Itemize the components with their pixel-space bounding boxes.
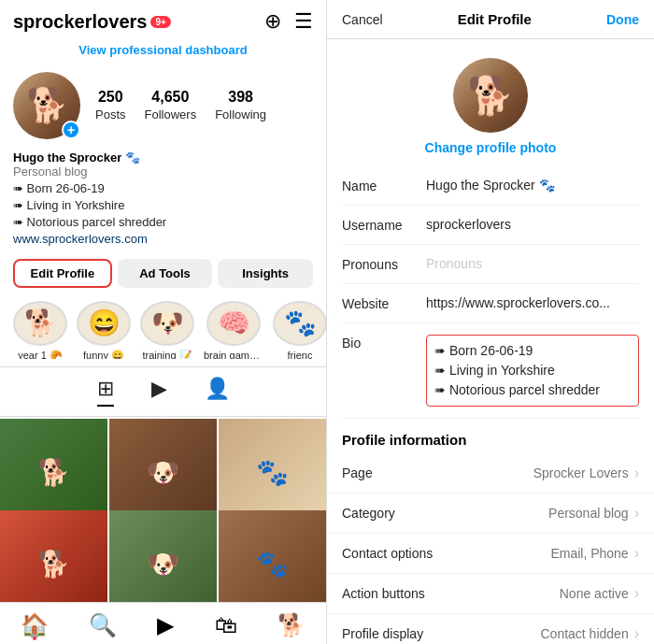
page-row[interactable]: Page Sprocker Lovers ›	[327, 453, 654, 494]
following-count: 398	[215, 89, 266, 106]
profile-photo-section: 🐕 Change profile photo	[327, 39, 654, 166]
story-brain-game[interactable]: 🧠 brain game...	[204, 301, 263, 360]
profile-display-chevron-icon: ›	[634, 625, 639, 642]
bio-edit-line-2: ➠ Living in Yorkshire	[434, 361, 631, 380]
action-buttons-value: None active	[560, 586, 629, 601]
ad-tools-button[interactable]: Ad Tools	[118, 259, 213, 288]
story-training[interactable]: 🐶 training 📝	[140, 301, 194, 360]
logo-area: sprockerlovers 9+	[13, 11, 171, 33]
story-circle-friends: 🐾	[273, 301, 326, 347]
story-label-funny: funny 😄	[83, 350, 124, 360]
bio-row: Bio ➠ Born 26-06-19 ➠ Living in Yorkshir…	[342, 323, 639, 419]
profile-display-value: Contact hidden	[540, 626, 628, 641]
profile-link[interactable]: www.sprockerlovers.com	[13, 232, 313, 246]
edit-profile-button[interactable]: Edit Profile	[13, 259, 112, 288]
dashboard-link[interactable]: View professional dashboard	[0, 43, 326, 64]
category-value: Personal blog	[548, 506, 629, 521]
profile-info: Hugo the Sprocker 🐾 Personal blog ➠ Born…	[0, 147, 326, 253]
action-buttons-row[interactable]: Action buttons None active ›	[327, 574, 654, 614]
action-buttons-chevron-icon: ›	[634, 585, 639, 602]
home-nav-icon[interactable]: 🏠	[21, 612, 49, 638]
bio-label: Bio	[342, 335, 426, 351]
category-label: Category	[342, 506, 548, 521]
followers-stat: 4,650 Followers	[145, 89, 197, 122]
name-label: Name	[342, 178, 426, 193]
reels-tab-icon[interactable]: ▶	[151, 377, 167, 407]
followers-count: 4,650	[145, 89, 197, 106]
shop-nav-icon[interactable]: 🛍	[215, 612, 237, 638]
grid-tab-icon[interactable]: ⊞	[97, 377, 114, 407]
story-friends[interactable]: 🐾 frienc	[273, 301, 326, 360]
new-post-icon[interactable]: ⊕	[264, 9, 281, 34]
stories-row: 🐕 year 1 🥐 😄 funny 😄 🐶 training 📝 🧠 brai…	[0, 293, 326, 367]
category-row[interactable]: Category Personal blog ›	[327, 494, 654, 534]
website-value[interactable]: https://www.sprockerlovers.co...	[426, 295, 639, 310]
pronouns-value[interactable]: Pronouns	[426, 256, 639, 271]
bottom-nav: 🏠 🔍 ▶ 🛍 🐕	[0, 602, 326, 644]
story-circle-training: 🐶	[140, 301, 194, 346]
story-circle-funny: 😄	[77, 301, 131, 346]
story-label-brain-game: brain game...	[204, 350, 263, 359]
contact-options-label: Contact options	[342, 546, 550, 561]
header-icons: ⊕ ☰	[264, 9, 313, 34]
left-panel: sprockerlovers 9+ ⊕ ☰ View professional …	[0, 0, 327, 644]
category-chevron-icon: ›	[634, 505, 639, 522]
edit-profile-header: Cancel Edit Profile Done	[327, 0, 654, 39]
done-button[interactable]: Done	[606, 12, 639, 27]
page-label: Page	[342, 465, 533, 480]
reels-nav-icon[interactable]: ▶	[157, 612, 174, 638]
posts-stat: 250 Posts	[95, 89, 126, 122]
edit-profile-title: Edit Profile	[458, 11, 532, 27]
add-story-button[interactable]: +	[62, 121, 80, 139]
menu-icon[interactable]: ☰	[294, 9, 313, 34]
grid-item-6[interactable]: 🐾	[219, 510, 326, 602]
app-header: sprockerlovers 9+ ⊕ ☰	[0, 0, 326, 43]
username-row: Username sprockerlovers	[342, 206, 639, 245]
following-stat: 398 Following	[215, 89, 266, 122]
bio-line-2: ➠ Living in Yorkshire	[13, 197, 313, 214]
profile-bio: ➠ Born 26-06-19 ➠ Living in Yorkshire ➠ …	[13, 180, 313, 232]
posts-label: Posts	[95, 107, 126, 122]
bio-edit-line-1: ➠ Born 26-06-19	[434, 341, 631, 361]
page-chevron-icon: ›	[634, 465, 639, 481]
insights-button[interactable]: Insights	[218, 259, 313, 288]
website-label: Website	[342, 295, 426, 311]
cancel-button[interactable]: Cancel	[342, 12, 383, 27]
grid-item-4[interactable]: 🐕	[0, 510, 107, 602]
search-nav-icon[interactable]: 🔍	[89, 612, 117, 638]
profile-display-label: Profile display	[342, 626, 540, 641]
name-value[interactable]: Hugo the Sprocker 🐾	[426, 178, 639, 193]
contact-options-row[interactable]: Contact options Email, Phone ›	[327, 534, 654, 574]
tagged-tab-icon[interactable]: 👤	[205, 377, 230, 407]
username-value[interactable]: sprockerlovers	[426, 217, 639, 232]
following-label: Following	[215, 107, 266, 122]
profile-section: 🐕 + 250 Posts 4,650 Followers 398 Follow…	[0, 64, 326, 147]
story-circle-brain-game: 🧠	[206, 301, 261, 347]
tab-row: ⊞ ▶ 👤	[0, 366, 326, 417]
username-label: Username	[342, 217, 426, 233]
grid-item-5[interactable]: 🐶	[109, 510, 217, 602]
pronouns-row: Pronouns Pronouns	[342, 245, 639, 284]
notification-badge: 9+	[150, 16, 170, 28]
profile-photo: 🐕	[453, 58, 528, 133]
right-panel: Cancel Edit Profile Done 🐕 Change profil…	[327, 0, 654, 644]
bio-line-1: ➠ Born 26-06-19	[13, 180, 313, 197]
website-row: Website https://www.sprockerlovers.co...	[342, 284, 639, 323]
action-buttons: Edit Profile Ad Tools Insights	[0, 253, 326, 293]
profile-name: Hugo the Sprocker 🐾	[13, 150, 313, 165]
page-value: Sprocker Lovers	[533, 465, 629, 480]
name-row: Name Hugo the Sprocker 🐾	[342, 166, 639, 206]
app-logo: sprockerlovers	[13, 11, 147, 33]
followers-label: Followers	[145, 107, 197, 122]
change-photo-button[interactable]: Change profile photo	[425, 140, 557, 155]
profile-display-row[interactable]: Profile display Contact hidden ›	[327, 614, 654, 644]
form-section: Name Hugo the Sprocker 🐾 Username sprock…	[327, 166, 654, 419]
story-label-training: training 📝	[142, 350, 192, 360]
story-year1[interactable]: 🐕 year 1 🥐	[13, 301, 67, 360]
bio-line-3: ➠ Notorious parcel shredder	[13, 214, 313, 231]
profile-nav-icon[interactable]: 🐕	[277, 612, 306, 638]
story-funny[interactable]: 😄 funny 😄	[77, 301, 131, 360]
profile-stats: 250 Posts 4,650 Followers 398 Following	[95, 89, 266, 122]
profile-category: Personal blog	[13, 165, 313, 179]
bio-value[interactable]: ➠ Born 26-06-19 ➠ Living in Yorkshire ➠ …	[426, 335, 639, 407]
